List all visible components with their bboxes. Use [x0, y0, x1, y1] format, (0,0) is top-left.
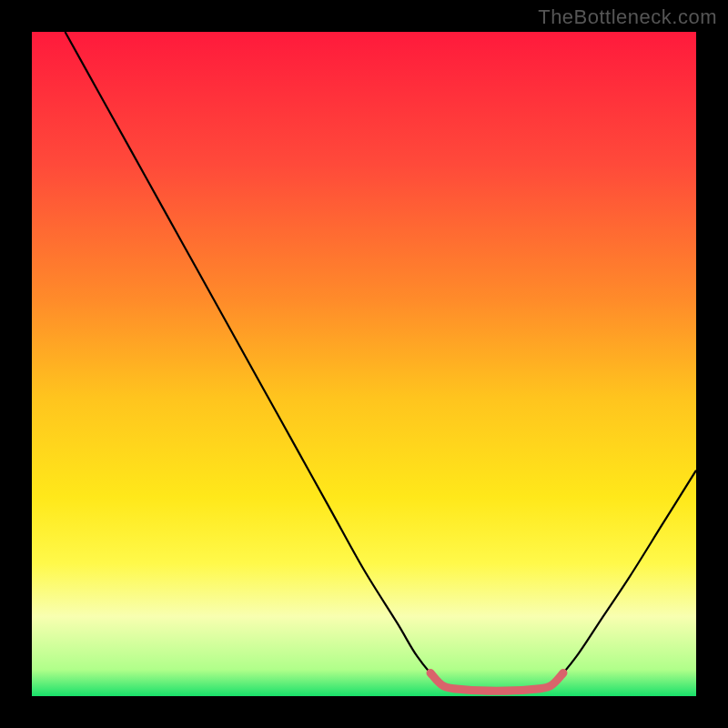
- chart-svg: [32, 32, 696, 696]
- chart-area: [32, 32, 696, 696]
- chart-background: [32, 32, 696, 696]
- watermark-text: TheBottleneck.com: [538, 5, 717, 29]
